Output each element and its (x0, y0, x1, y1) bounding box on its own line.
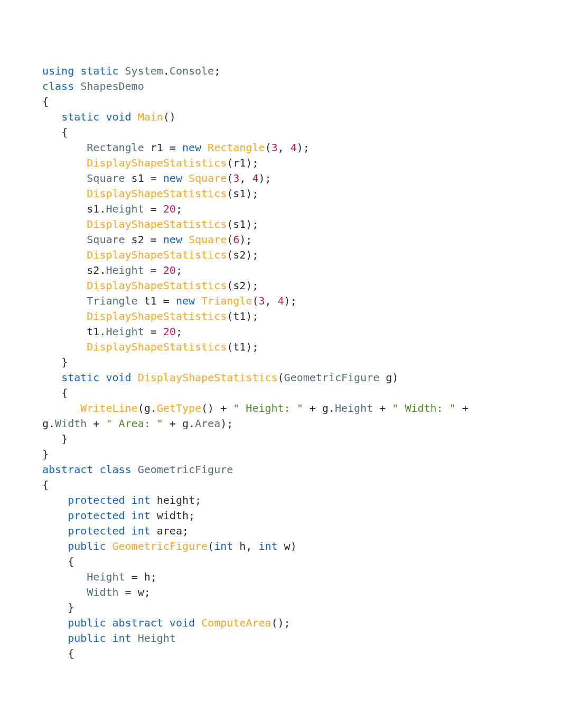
code-token: new (163, 172, 182, 185)
code-token (119, 64, 125, 77)
code-token: 3 (258, 294, 265, 307)
code-token: class (42, 80, 74, 93)
code-token: " Width: " (392, 402, 455, 414)
code-token: int (258, 540, 277, 552)
code-token: new (176, 294, 195, 307)
code-token: Main (138, 110, 163, 123)
code-token (74, 80, 80, 93)
code-token: Square (87, 233, 125, 246)
code-token: Rectangle (87, 141, 144, 154)
document-page: using static System.Console; class Shape… (0, 0, 561, 728)
code-token (182, 233, 189, 246)
code-token (106, 540, 112, 552)
code-token: " Height: " (233, 402, 303, 414)
code-token: int (132, 524, 151, 537)
code-token: ComputeArea (201, 616, 271, 629)
code-token: + g. (303, 402, 335, 414)
code-token: ( (252, 294, 258, 307)
code-token: ( (227, 233, 233, 246)
code-token: WriteLine (80, 402, 137, 414)
code-token: Square (189, 172, 227, 185)
code-token: 4 (278, 294, 284, 307)
code-token: DisplayShapeStatistics (138, 371, 278, 384)
code-token: Width (55, 417, 87, 430)
code-token (125, 509, 132, 522)
code-token: GeometricFigure (138, 463, 233, 476)
code-token: int (132, 509, 151, 522)
code-token: r1 = (144, 141, 182, 154)
code-token: Height (138, 632, 176, 644)
code-token: Height (87, 570, 125, 583)
code-token: static (61, 371, 99, 384)
code-token: Console (170, 64, 214, 77)
code-token: h, (233, 540, 258, 552)
code-token: int (132, 494, 151, 506)
code-token: + (87, 417, 106, 430)
code-token: 20 (163, 202, 176, 215)
code-token: 4 (252, 172, 258, 185)
code-token: DisplayShapeStatistics (87, 156, 227, 169)
code-token: 4 (291, 141, 297, 154)
code-token: public (68, 616, 106, 629)
code-token: Rectangle (208, 141, 265, 154)
code-token: public (68, 632, 106, 644)
code-token (132, 463, 138, 476)
code-token: 3 (272, 141, 278, 154)
code-token: int (214, 540, 233, 552)
code-token: abstract (112, 616, 163, 629)
code-token (132, 110, 138, 123)
code-token: static (80, 64, 118, 77)
code-token: = (144, 202, 163, 215)
code-token: GeometricFigure (284, 371, 380, 384)
code-token: static (61, 110, 99, 123)
code-token: using (42, 64, 74, 77)
code-token: void (170, 616, 195, 629)
code-token: Width (87, 586, 118, 598)
code-token: . (163, 64, 170, 77)
code-token: Triangle (87, 294, 137, 307)
code-token (125, 524, 132, 537)
code-token (195, 294, 201, 307)
code-token: Height (335, 402, 373, 414)
code-token: public (68, 540, 106, 552)
code-token: DisplayShapeStatistics (87, 248, 227, 261)
code-token: Height (106, 264, 144, 277)
code-token: ( (265, 141, 271, 154)
code-token: = (144, 325, 163, 338)
code-token (99, 371, 106, 384)
code-token: 6 (233, 233, 239, 246)
code-token: Height (106, 325, 144, 338)
code-token: , (239, 172, 252, 185)
code-token: (g. (138, 402, 157, 414)
code-token: " Area: " (106, 417, 163, 430)
code-token: GeometricFigure (112, 540, 208, 552)
code-token: , (278, 141, 291, 154)
code-token: protected (68, 524, 125, 537)
code-token: + (373, 402, 392, 414)
code-token: s2 = (125, 233, 163, 246)
code-token (201, 141, 208, 154)
code-token: ( (227, 172, 233, 185)
code-token (74, 64, 80, 77)
code-token: abstract (42, 463, 93, 476)
code-token: () + (201, 402, 233, 414)
code-token: int (112, 632, 131, 644)
code-token (99, 110, 106, 123)
code-token (106, 616, 112, 629)
code-token: = (144, 264, 163, 277)
code-token: ( (208, 540, 214, 552)
code-token: DisplayShapeStatistics (87, 279, 227, 292)
code-token: void (106, 371, 131, 384)
code-token: t1 = (138, 294, 176, 307)
code-token: GetType (157, 402, 201, 414)
code-token: { (42, 95, 61, 123)
code-token: protected (68, 494, 125, 506)
code-token: { (42, 478, 68, 506)
code-token: System (125, 64, 163, 77)
code-block: using static System.Console; class Shape… (42, 63, 519, 661)
code-token: DisplayShapeStatistics (87, 310, 227, 322)
code-token: { (42, 647, 74, 660)
code-token: Square (189, 233, 227, 246)
code-token (195, 616, 201, 629)
code-token: protected (68, 509, 125, 522)
